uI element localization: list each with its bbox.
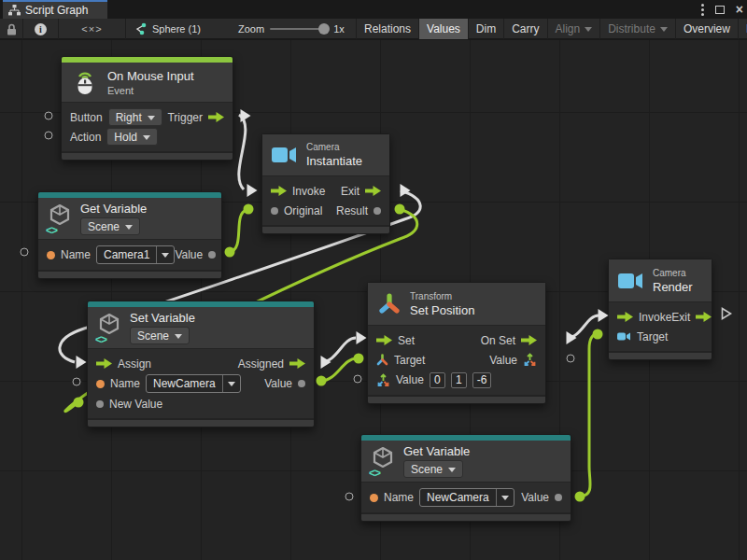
port-mouse-input-left-1[interactable] — [45, 112, 53, 120]
data-port-icon — [555, 494, 562, 501]
variable-name-dropdown[interactable]: NewCamera — [419, 488, 514, 507]
port-on-set-out[interactable] — [567, 331, 577, 344]
graph-target[interactable]: Sphere (1) — [126, 19, 238, 39]
lock-icon — [7, 23, 17, 35]
info-button[interactable]: i — [23, 19, 59, 39]
zoom-level: 1x — [333, 23, 345, 35]
name-port-icon — [370, 494, 378, 502]
align-button[interactable]: Align — [547, 19, 600, 39]
chevron-down-icon — [501, 496, 509, 504]
node-get-variable-newcamera[interactable]: <> Get Variable Scene Name NewCamera — [360, 434, 571, 522]
flow-arrow-icon — [96, 358, 112, 369]
port-value-in[interactable] — [354, 375, 362, 384]
camera-icon — [618, 272, 644, 290]
code-view-button[interactable]: <×> — [59, 19, 126, 39]
relations-button[interactable]: Relations — [356, 19, 418, 39]
port-setvar-name-in[interactable] — [73, 378, 81, 386]
port-assigned-out[interactable] — [321, 356, 331, 369]
port-getvar2-name-in[interactable] — [345, 493, 354, 501]
port-render-invoke-in[interactable] — [599, 309, 609, 322]
name-port-icon — [47, 251, 55, 259]
chevron-down-icon — [660, 27, 668, 35]
zoom-slider[interactable] — [270, 28, 328, 30]
tab-script-graph[interactable]: Script Graph — [3, 0, 107, 19]
port-new-value-in[interactable] — [74, 398, 84, 408]
port-getvar2-value-out[interactable] — [575, 492, 585, 502]
data-port-icon — [374, 207, 381, 215]
name-port-label: Name — [384, 491, 414, 504]
vector3-icon — [376, 373, 390, 387]
vector3-icon — [523, 353, 537, 367]
chevron-down-icon — [585, 27, 592, 35]
assigned-port-label: Assigned — [238, 357, 284, 371]
port-render-exit-out[interactable] — [720, 306, 733, 325]
port-setvar-value-out[interactable] — [317, 376, 327, 386]
port-original-in[interactable] — [244, 204, 254, 215]
variable-kind-dropdown[interactable]: Scene — [130, 327, 190, 344]
port-exit-out[interactable] — [401, 184, 411, 197]
dim-button[interactable]: Dim — [468, 19, 503, 39]
port-getvar1-value-out[interactable] — [225, 247, 235, 258]
port-target-in[interactable] — [354, 354, 364, 364]
action-port-label: Action — [70, 131, 101, 144]
vector-x-field[interactable]: 0 — [430, 372, 445, 388]
name-port-label: Name — [61, 248, 91, 261]
variable-name-dropdown[interactable]: NewCamera — [146, 374, 241, 393]
chevron-down-icon — [228, 382, 235, 390]
port-render-target-in[interactable] — [593, 329, 603, 340]
node-get-variable-camera1[interactable]: <> Get Variable Scene Name Camera1 — [37, 191, 222, 279]
invoke-port-label: Invoke — [639, 311, 671, 324]
distribute-button[interactable]: Distribute — [599, 19, 675, 39]
zoom-slider-handle[interactable] — [318, 23, 330, 35]
window-menu-icon[interactable] — [701, 4, 704, 16]
node-category: Camera — [306, 142, 362, 152]
port-assign-in[interactable] — [77, 356, 87, 369]
trigger-port-label: Trigger — [167, 111, 203, 124]
vector-y-field[interactable]: 1 — [451, 372, 467, 388]
transform-icon — [376, 354, 388, 366]
full-screen-button[interactable]: Full Screen — [738, 19, 747, 39]
flow-arrow-icon — [617, 312, 633, 322]
port-getvar1-name-in[interactable] — [21, 248, 29, 257]
flow-arrow-icon — [365, 186, 381, 196]
close-icon[interactable]: × — [736, 3, 743, 16]
node-on-mouse-input[interactable]: On Mouse Input Event Button Right Trigge… — [61, 56, 233, 161]
transform-icon — [377, 292, 402, 316]
overview-button[interactable]: Overview — [675, 19, 738, 39]
variable-name-dropdown[interactable]: Camera1 — [96, 245, 175, 264]
node-camera-instantiate[interactable]: Camera Instantiate Invoke Exit Original — [261, 133, 390, 234]
unity-variable-icon: <> — [97, 314, 121, 342]
data-port-icon — [208, 251, 216, 259]
mouse-action-dropdown[interactable]: Hold — [106, 128, 158, 146]
flow-arrow-icon — [208, 112, 224, 122]
carry-button[interactable]: Carry — [503, 19, 546, 39]
maximize-icon[interactable] — [715, 6, 725, 14]
port-result-out[interactable] — [395, 204, 405, 215]
node-transform-set-position[interactable]: Transform Set Position Set On Set — [367, 282, 546, 404]
port-value-out[interactable] — [567, 355, 575, 363]
value-port-label: Value — [175, 248, 203, 261]
code-icon: <×> — [81, 23, 102, 35]
port-invoke-in[interactable] — [247, 184, 258, 197]
values-button[interactable]: Values — [418, 19, 468, 39]
vector-z-field[interactable]: -6 — [472, 372, 492, 388]
variable-kind-dropdown[interactable]: Scene — [80, 217, 140, 235]
lock-button[interactable] — [0, 19, 23, 39]
info-icon: i — [35, 23, 47, 35]
camera-icon — [272, 146, 298, 164]
assign-port-label: Assign — [118, 357, 151, 371]
variable-kind-dropdown[interactable]: Scene — [403, 460, 463, 478]
node-set-variable[interactable]: <> Set Variable Scene Assign Assigned — [87, 301, 315, 427]
target-port-label: Target — [637, 330, 668, 343]
port-trigger-out[interactable] — [241, 109, 251, 122]
port-mouse-input-left-2[interactable] — [45, 132, 53, 140]
on-set-port-label: On Set — [481, 334, 515, 347]
port-set-in[interactable] — [357, 331, 367, 344]
chevron-down-icon — [148, 116, 155, 124]
node-camera-render[interactable]: Camera Render Invoke Exit — [608, 259, 712, 360]
node-category: Camera — [653, 268, 693, 278]
node-category: Transform — [410, 291, 474, 301]
node-title: Set Variable — [130, 311, 195, 325]
mouse-button-dropdown[interactable]: Right — [108, 108, 162, 126]
tab-bar: Script Graph × — [0, 0, 747, 19]
